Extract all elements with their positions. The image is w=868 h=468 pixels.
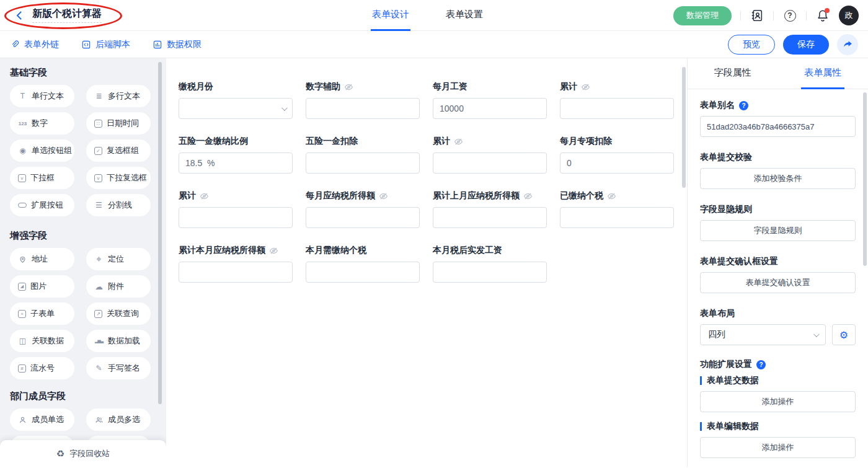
sidebar-scrollbar[interactable] [158, 62, 162, 404]
field-item-subform[interactable]: +子表单 [10, 302, 74, 325]
form-layout-select[interactable]: 四列 [700, 324, 826, 345]
bell-icon[interactable] [815, 8, 830, 23]
share-button[interactable] [837, 34, 858, 55]
field-item-image[interactable]: ◢图片 [10, 275, 74, 298]
contacts-icon[interactable] [750, 8, 764, 23]
cumulative-this-month-taxable-input[interactable] [179, 262, 293, 283]
preview-button[interactable]: 预览 [728, 35, 775, 55]
form-field-cumulative-last-month-taxable[interactable]: 累计上月应纳税所得额 [433, 190, 547, 228]
page-title[interactable]: 新版个税计算器 [32, 7, 102, 23]
data-load-icon: ▂▅▃ [94, 338, 104, 343]
field-item-data-load[interactable]: ▂▅▃数据加载 [86, 330, 151, 352]
fields-grid: 缴税月份 数字辅助 每月工资 10000 累计 五险一金缴纳比例 18.5 % … [179, 81, 687, 283]
form-alias-input[interactable]: 51dad203a46b78a4666375a7 [700, 116, 856, 137]
radio-group-icon: ◉ [18, 146, 27, 155]
form-field-tax-month[interactable]: 缴税月份 [179, 81, 293, 119]
cumulative-last-month-taxable-input[interactable] [433, 207, 547, 228]
recycle-icon: ♻ [56, 448, 64, 459]
form-field-tax-due-this-month[interactable]: 本月需缴纳个税 [306, 244, 420, 283]
field-item-member-single[interactable]: 成员单选 [10, 408, 74, 431]
field-item-multi-line-text[interactable]: ≣多行文本 [86, 85, 151, 107]
submit-data-label: 表单提交数据 [700, 375, 856, 386]
monthly-taxable-income-input[interactable] [306, 207, 420, 228]
hidden-eye-icon [200, 192, 209, 201]
cumulative-input[interactable] [433, 152, 547, 174]
insurance-deduction-input[interactable] [306, 152, 420, 174]
linked-query-icon: ↗ [94, 310, 102, 318]
form-field-monthly-salary[interactable]: 每月工资 10000 [433, 81, 547, 119]
field-item-datetime[interactable]: ∷日期时间 [86, 112, 151, 135]
field-item-location[interactable]: ⌖定位 [86, 248, 151, 270]
after-tax-salary-input[interactable] [433, 262, 547, 283]
external-link-button[interactable]: 表单外链 [10, 39, 59, 50]
properties-tabs: 字段属性 表单属性 [688, 58, 868, 89]
gear-icon: ⚙ [839, 329, 848, 341]
field-recycle-bin-button[interactable]: ♻ 字段回收站 [0, 440, 166, 467]
form-field-cumulative-this-month-taxable[interactable]: 累计本月应纳税所得额 [179, 244, 293, 283]
field-item-member-multi[interactable]: 成员多选 [86, 408, 151, 431]
header-tabs: 表单设计 表单设置 [371, 0, 484, 31]
number-helper-input[interactable] [306, 98, 420, 119]
help-icon[interactable]: ? [739, 101, 748, 110]
multi-line-text-icon: ≣ [94, 92, 104, 100]
monthly-special-deduction-input[interactable]: 0 [560, 152, 674, 174]
avatar[interactable]: 政 [839, 6, 859, 25]
edit-data-add-action-button[interactable]: 添加操作 [700, 437, 856, 458]
field-item-linked-data[interactable]: ◫关联数据 [10, 330, 74, 352]
field-item-multi-select[interactable]: v下拉复选框 [86, 167, 151, 189]
attachment-icon: ☁ [94, 282, 104, 291]
help-icon[interactable]: ? [782, 8, 797, 23]
field-item-linked-query[interactable]: ↗关联查询 [86, 302, 151, 325]
back-button[interactable] [12, 9, 26, 22]
add-validation-condition-button[interactable]: 添加校验条件 [700, 168, 856, 189]
field-item-radio-group[interactable]: ◉单选按钮组 [10, 139, 74, 162]
data-manage-button[interactable]: 数据管理 [673, 6, 732, 25]
tax-month-select[interactable] [179, 98, 293, 119]
form-field-cumulative-3[interactable]: 累计 [179, 190, 293, 228]
field-item-serial-number[interactable]: #流水号 [10, 357, 74, 379]
help-icon[interactable]: ? [756, 360, 766, 369]
field-item-extend-button[interactable]: 扩展按钮 [10, 194, 74, 216]
tab-form-settings[interactable]: 表单设置 [445, 0, 484, 31]
form-field-monthly-taxable-income[interactable]: 每月应纳税所得额 [306, 190, 420, 228]
insurance-ratio-input[interactable]: 18.5 % [179, 152, 293, 174]
field-item-attachment[interactable]: ☁附件 [86, 275, 151, 298]
checkbox-group-icon: ✓ [94, 147, 102, 155]
field-item-signature[interactable]: ✎手写签名 [86, 357, 151, 379]
datetime-icon: ∷ [94, 120, 102, 128]
tax-due-this-month-input[interactable] [306, 262, 420, 283]
form-field-after-tax-salary[interactable]: 本月税后实发工资 [433, 244, 547, 283]
submit-data-add-action-button[interactable]: 添加操作 [700, 391, 856, 412]
form-field-paid-tax[interactable]: 已缴纳个税 [560, 190, 674, 228]
backend-script-button[interactable]: 后端脚本 [81, 39, 130, 50]
field-item-single-line-text[interactable]: T单行文本 [10, 85, 74, 107]
data-permission-button[interactable]: 数据权限 [153, 39, 202, 50]
paid-tax-input[interactable] [560, 207, 674, 228]
field-item-select[interactable]: v下拉框 [10, 167, 74, 189]
field-item-address[interactable]: 地址 [10, 248, 74, 270]
form-layout-row: 四列 ⚙ [700, 324, 856, 345]
field-item-divider[interactable]: ☰分割线 [86, 194, 151, 216]
layout-settings-button[interactable]: ⚙ [832, 324, 856, 345]
visibility-rules-button[interactable]: 字段显隐规则 [700, 220, 856, 241]
field-item-checkbox-group[interactable]: ✓复选框组 [86, 139, 151, 162]
form-field-monthly-special-deduction[interactable]: 每月专项扣除 0 [560, 135, 674, 174]
submit-confirm-settings-button[interactable]: 表单提交确认设置 [700, 272, 856, 293]
form-canvas[interactable]: 缴税月份 数字辅助 每月工资 10000 累计 五险一金缴纳比例 18.5 % … [166, 58, 687, 467]
field-item-number[interactable]: 123数字 [10, 112, 74, 135]
cumulative-input[interactable] [179, 207, 293, 228]
save-button[interactable]: 保存 [783, 35, 829, 55]
form-field-cumulative-1[interactable]: 累计 [560, 81, 674, 119]
form-alias-label: 表单别名 ? [700, 100, 856, 111]
tab-form-properties[interactable]: 表单属性 [778, 58, 868, 89]
canvas-scrollbar[interactable] [682, 67, 686, 188]
form-field-number-helper[interactable]: 数字辅助 [306, 81, 420, 119]
form-field-insurance-ratio[interactable]: 五险一金缴纳比例 18.5 % [179, 135, 293, 174]
cumulative-input[interactable] [560, 98, 674, 119]
form-field-insurance-deduction[interactable]: 五险一金扣除 [306, 135, 420, 174]
monthly-salary-input[interactable]: 10000 [433, 98, 547, 119]
panel-scrollbar[interactable] [863, 92, 867, 266]
form-field-cumulative-2[interactable]: 累计 [433, 135, 547, 174]
tab-form-design[interactable]: 表单设计 [371, 0, 410, 31]
tab-field-properties[interactable]: 字段属性 [688, 58, 778, 89]
